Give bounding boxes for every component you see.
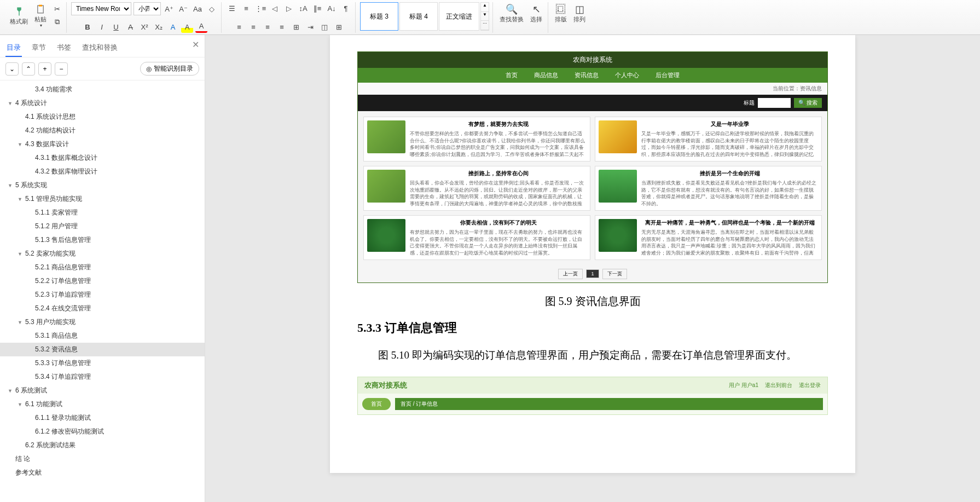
current-page[interactable]: 1 bbox=[586, 269, 599, 278]
nav-item[interactable]: 商品信息 bbox=[534, 71, 558, 79]
italic-button[interactable]: I bbox=[96, 21, 108, 33]
toc-item[interactable]: ▼5.3 用户功能实现 bbox=[0, 315, 205, 329]
header-link[interactable]: 退出登录 bbox=[799, 382, 821, 389]
find-replace-button[interactable]: 🔍 查找替换 bbox=[497, 2, 526, 25]
highlight-button[interactable]: A bbox=[181, 21, 193, 33]
toc-item[interactable]: 参考文献 bbox=[0, 466, 205, 480]
toc-item[interactable]: 5.3.1 商品信息 bbox=[0, 329, 205, 343]
nav-item[interactable]: 后台管理 bbox=[656, 71, 680, 79]
sort-icon[interactable]: A↓ bbox=[326, 2, 338, 14]
cut-icon[interactable]: ✂ bbox=[51, 3, 63, 15]
nav-item[interactable]: 首页 bbox=[506, 71, 518, 79]
toc-item[interactable]: 4.2 功能结构设计 bbox=[0, 124, 205, 137]
header-link[interactable]: 用户 用户a1 bbox=[729, 382, 758, 389]
style-heading3[interactable]: 标题 3 bbox=[360, 2, 398, 31]
smart-toc-button[interactable]: ◎ 智能识别目录 bbox=[140, 62, 199, 76]
decrease-font-icon[interactable]: A⁻ bbox=[177, 3, 189, 15]
remove-icon[interactable]: − bbox=[55, 62, 68, 76]
add-icon[interactable]: + bbox=[38, 62, 51, 76]
toc-item[interactable]: ▼5.2 卖家功能实现 bbox=[0, 247, 205, 261]
toc-item[interactable]: ▼5.1 管理员功能实现 bbox=[0, 192, 205, 206]
style-gallery-nav[interactable]: ▲▼⋯ bbox=[480, 2, 489, 31]
close-icon[interactable]: ✕ bbox=[192, 39, 199, 50]
font-color-button[interactable]: A bbox=[195, 21, 207, 33]
align-right-icon[interactable]: ≡ bbox=[262, 21, 274, 33]
bold-button[interactable]: B bbox=[82, 21, 94, 33]
toc-item[interactable]: 5.3.4 订单追踪管理 bbox=[0, 370, 205, 384]
multilevel-list-icon[interactable]: ⋮≡ bbox=[254, 2, 266, 14]
toc-item[interactable]: ▼6.1 功能测试 bbox=[0, 397, 205, 411]
show-marks-icon[interactable]: ¶ bbox=[340, 2, 352, 14]
document-area[interactable]: 农商对接系统 首页商品信息资讯信息个人中心后台管理 当前位置：资讯信息 标题 🔍… bbox=[205, 35, 980, 502]
justify-icon[interactable]: ≡ bbox=[276, 21, 288, 33]
tab-bookmarks[interactable]: 书签 bbox=[56, 39, 72, 57]
news-card[interactable]: 你要去相信，没有到不了的明天有梦想就去努力，因为在这一辈子里面，现在不去勇敢的努… bbox=[363, 215, 590, 260]
decrease-indent-icon[interactable]: ◁ bbox=[269, 2, 281, 14]
toc-item[interactable]: 5.1.2 用户管理 bbox=[0, 220, 205, 233]
news-card[interactable]: 离开是一种痛苦，是一种勇气，但同样也是一个考验，是一个新的开端无穷无尽是离愁，天… bbox=[595, 215, 822, 260]
toc-item[interactable]: 5.2.2 订单信息管理 bbox=[0, 274, 205, 288]
toc-item[interactable]: 5.2.1 商品信息管理 bbox=[0, 261, 205, 274]
text-direction-icon[interactable]: ↕A bbox=[297, 2, 309, 14]
toc-item[interactable]: 4.3.1 数据库概念设计 bbox=[0, 151, 205, 165]
bullet-list-icon[interactable]: ☰ bbox=[226, 2, 238, 14]
toc-item[interactable]: 6.1.2 修改密码功能测试 bbox=[0, 425, 205, 438]
nav-item[interactable]: 个人中心 bbox=[615, 71, 639, 79]
increase-indent-icon[interactable]: ▷ bbox=[283, 2, 295, 14]
home-button[interactable]: 首页 bbox=[362, 398, 391, 410]
toc-item[interactable]: 3.4 功能需求 bbox=[0, 83, 205, 96]
toc-item[interactable]: 结 论 bbox=[0, 452, 205, 466]
tab-find[interactable]: 查找和替换 bbox=[81, 39, 119, 57]
news-card[interactable]: 有梦想，就要努力去实现不管你想要怎样的生活，你都要去努力争取，不多尝试一些事情怎… bbox=[363, 117, 590, 161]
change-case-icon[interactable]: Aa bbox=[192, 3, 204, 15]
copy-icon[interactable]: ⧉ bbox=[51, 16, 63, 28]
text-effects-button[interactable]: A bbox=[167, 21, 179, 33]
tab-chapters[interactable]: 章节 bbox=[31, 39, 47, 57]
select-button[interactable]: ↖ 选择 bbox=[528, 2, 544, 25]
toc-item[interactable]: 4.1 系统设计思想 bbox=[0, 110, 205, 124]
expand-down-icon[interactable]: ⌄ bbox=[5, 62, 19, 76]
tab-toc[interactable]: 目录 bbox=[5, 39, 22, 57]
next-page[interactable]: 下一页 bbox=[602, 269, 627, 279]
paste-button[interactable]: 粘贴 ▼ bbox=[32, 2, 49, 28]
toc-item[interactable]: ▼4 系统设计 bbox=[0, 96, 205, 110]
news-card[interactable]: 挫折是另一个生命的开端当遇到挫折或失败，你是看见失败还是看见机会?挫折是我们每个… bbox=[595, 166, 822, 211]
search-button[interactable]: 🔍 搜索 bbox=[794, 98, 822, 108]
news-card[interactable]: 又是一年毕业季又是一年毕业季，感慨万千，还记得自己刚进学校那时候的情景，我拖着沉… bbox=[595, 117, 822, 161]
toc-item[interactable]: ▼5 系统实现 bbox=[0, 178, 205, 192]
style-body-indent[interactable]: 正文缩进 bbox=[439, 2, 479, 31]
toc-item[interactable]: 5.2.4 在线交流管理 bbox=[0, 302, 205, 315]
font-family-select[interactable]: Times New Roma bbox=[71, 2, 131, 15]
underline-button[interactable]: U bbox=[110, 21, 122, 33]
strikethrough-button[interactable]: A̶ bbox=[124, 21, 136, 33]
align-center-icon[interactable]: ≡ bbox=[247, 21, 259, 33]
toc-item[interactable]: 5.1.1 卖家管理 bbox=[0, 206, 205, 220]
subscript-button[interactable]: X₂ bbox=[153, 21, 165, 33]
superscript-button[interactable]: X² bbox=[138, 21, 150, 33]
arrange-button[interactable]: ◫ 排列 bbox=[571, 2, 588, 25]
nav-item[interactable]: 资讯信息 bbox=[575, 71, 599, 79]
style-heading4[interactable]: 标题 4 bbox=[399, 2, 438, 31]
number-list-icon[interactable]: ≡ bbox=[240, 2, 252, 14]
toc-item[interactable]: 6.1.1 登录功能测试 bbox=[0, 411, 205, 425]
toc-item[interactable]: 5.3.2 资讯信息 bbox=[0, 343, 205, 356]
toc-item[interactable]: 6.2 系统测试结果 bbox=[0, 438, 205, 452]
collapse-up-icon[interactable]: ⌃ bbox=[22, 62, 35, 76]
toc-item[interactable]: ▼6 系统测试 bbox=[0, 384, 205, 397]
search-input[interactable] bbox=[758, 98, 791, 108]
align-left-icon[interactable]: ≡ bbox=[233, 21, 245, 33]
toc-item[interactable]: 4.3.2 数据库物理设计 bbox=[0, 165, 205, 178]
font-size-select[interactable]: 小四 bbox=[134, 2, 161, 15]
toc-item[interactable]: 5.3.3 订单信息管理 bbox=[0, 356, 205, 370]
distribute-icon[interactable]: ⊞ bbox=[290, 21, 302, 33]
increase-font-icon[interactable]: A⁺ bbox=[163, 3, 175, 15]
header-link[interactable]: 退出到前台 bbox=[765, 382, 792, 389]
news-card[interactable]: 挫折路上，坚持常在心间回头看看，你会不会发现，曾经的你在这里摔倒过;回头看看，你… bbox=[363, 166, 590, 211]
toc-item[interactable]: 5.1.3 售后信息管理 bbox=[0, 233, 205, 247]
tabs-icon[interactable]: ⇥ bbox=[304, 21, 316, 33]
clear-format-icon[interactable]: ◇ bbox=[206, 3, 218, 15]
toc-item[interactable]: 5.2.3 订单追踪管理 bbox=[0, 288, 205, 302]
toc-item[interactable]: ▼4.3 数据库设计 bbox=[0, 137, 205, 151]
line-spacing-icon[interactable]: ‖≡ bbox=[311, 2, 323, 14]
shading-icon[interactable]: ◫ bbox=[318, 21, 330, 33]
